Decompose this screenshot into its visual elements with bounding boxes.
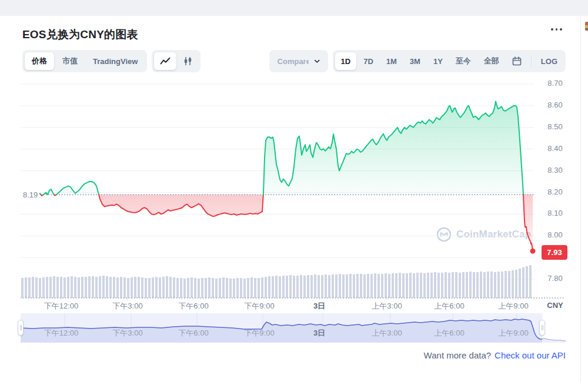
edge-fragment (585, 22, 588, 31)
chart-navigator[interactable] (21, 313, 566, 343)
navigator-tick-label: 下午3:00 (112, 328, 142, 339)
log-scale-button[interactable]: LOG (535, 52, 563, 70)
y-tick-label: 8.10 (539, 209, 572, 217)
line-chart-icon (160, 57, 171, 65)
y-tick-label: 8.30 (539, 166, 572, 175)
tab-tradingview[interactable]: TradingView (86, 52, 145, 70)
log-label: LOG (541, 57, 557, 66)
calendar-button[interactable] (506, 52, 527, 70)
range-ytd[interactable]: 至今 (450, 52, 477, 70)
toolbar-right: Compare w 1D7D1M3M1Y至今全部LOG (269, 50, 566, 72)
x-tick-label: 上午6:00 (434, 301, 464, 311)
view-tabs: 价格市值TradingView (22, 50, 147, 72)
range-label: 1Y (433, 57, 443, 66)
x-tick-label: 3日 (313, 301, 325, 311)
y-tick-label: 7.80 (539, 274, 572, 283)
range-7d[interactable]: 7D (358, 52, 379, 70)
line-chart-button[interactable] (154, 52, 176, 70)
reference-price-label: 8.19 (21, 190, 39, 199)
y-tick-label: 8.60 (539, 100, 572, 109)
x-tick-label: 上午9:00 (498, 301, 528, 311)
x-tick-label: 下午9:00 (244, 301, 274, 311)
right-panel-border (580, 16, 581, 382)
navigator-tick-label: 上午9:00 (498, 328, 528, 339)
navigator-tick-label: 下午12:00 (44, 328, 79, 339)
range-selector: 1D7D1M3M1Y至今全部LOG (333, 50, 566, 72)
last-price-badge: 7.93 (542, 245, 567, 260)
more-menu-button[interactable] (551, 28, 562, 31)
toolbar-left: 价格市值TradingView (22, 50, 201, 72)
navigator-tick-label: 下午6:00 (178, 328, 208, 339)
candlestick-chart-icon (183, 56, 192, 66)
y-tick-label: 8.00 (539, 230, 572, 239)
page-top-strip (0, 0, 588, 16)
x-tick-label: 上午3:00 (372, 301, 402, 311)
range-label: 至今 (456, 56, 471, 66)
range-label: 全部 (484, 56, 499, 66)
y-tick-label: 8.50 (539, 122, 572, 131)
tab-marketcap[interactable]: 市值 (55, 52, 85, 70)
x-tick-label: 下午3:00 (112, 301, 142, 311)
y-tick-label: 8.20 (539, 187, 572, 196)
range-1m[interactable]: 1M (380, 52, 403, 70)
navigator-left-handle[interactable] (18, 320, 24, 336)
y-tick-label: 8.40 (539, 144, 572, 153)
navigator-right-handle[interactable] (539, 320, 545, 336)
range-all[interactable]: 全部 (478, 52, 505, 70)
tab-label: 市值 (62, 56, 78, 66)
x-tick-label: 下午12:00 (44, 301, 79, 311)
price-chart[interactable] (21, 81, 566, 300)
tab-label: TradingView (93, 57, 138, 66)
range-3m[interactable]: 3M (404, 52, 426, 70)
compare-label: Compare w (278, 57, 309, 66)
range-1y[interactable]: 1Y (427, 52, 449, 70)
currency-unit-label: CNY (542, 301, 568, 310)
calendar-icon (512, 56, 522, 66)
screen: EOS兑换为CNY的图表 价格市值TradingView Compare w 1… (0, 0, 588, 382)
tab-label: 价格 (32, 56, 47, 66)
range-1d[interactable]: 1D (335, 52, 357, 70)
range-label: 7D (363, 57, 373, 66)
x-tick-label: 下午6:00 (178, 301, 208, 311)
range-label: 3M (410, 57, 420, 66)
tab-price[interactable]: 价格 (25, 52, 54, 70)
candlestick-chart-button[interactable] (178, 52, 198, 70)
navigator-tick-label: 3日 (313, 328, 325, 339)
chart-type-tabs (152, 50, 201, 72)
y-tick-label: 8.70 (539, 79, 572, 88)
navigator-tick-label: 上午6:00 (434, 328, 464, 339)
api-link[interactable]: Check out our API (495, 350, 566, 360)
range-label: 1D (341, 57, 351, 66)
divider (531, 56, 532, 66)
chevron-down-icon (315, 59, 319, 63)
compare-dropdown[interactable]: Compare w (269, 50, 328, 72)
range-label: 1M (386, 57, 397, 66)
page-title: EOS兑换为CNY的图表 (22, 27, 138, 42)
navigator-tick-label: 上午3:00 (372, 328, 402, 339)
navigator-tick-label: 下午9:00 (244, 328, 274, 339)
footer: Want more data?Check out our API (424, 350, 566, 360)
footer-prompt: Want more data? (424, 350, 492, 360)
